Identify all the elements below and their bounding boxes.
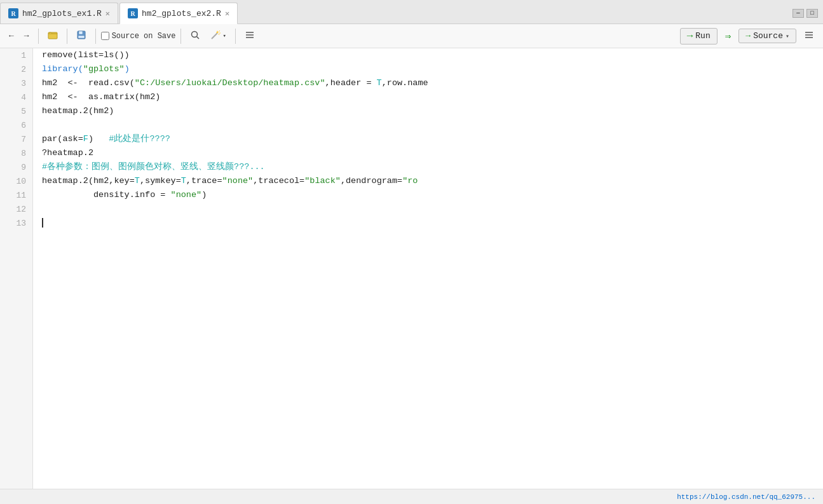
run-button[interactable]: → Run [680,28,718,44]
tab-label-1: hm2_gplots_ex1.R [22,9,102,18]
save-icon [76,30,86,43]
separator-1 [38,29,39,44]
lines-icon [245,30,255,43]
forward-icon: → [24,31,29,41]
toolbar: ← → Source on Save [0,24,823,48]
line-num-7: 7 [0,132,32,146]
run-label: Run [695,31,710,41]
code-line-11: density.info = "none") [42,188,823,202]
source-button[interactable]: → Source ▾ [738,29,796,43]
separator-4 [180,29,181,44]
line-num-12: 12 [0,202,32,216]
close-tab-1-icon[interactable]: ✕ [105,9,110,18]
line-num-6: 6 [0,118,32,132]
svg-line-6 [212,33,217,39]
code-line-2: library("gplots") [42,62,823,76]
code-line-6 [42,118,823,132]
save-button[interactable] [72,28,90,44]
separator-3 [95,29,96,44]
line-num-11: 11 [0,188,32,202]
line-num-10: 10 [0,174,32,188]
folder-icon [48,30,58,43]
back-button[interactable]: ← [5,29,18,43]
magic-wand-button[interactable]: ▾ [207,28,229,44]
status-bar: https://blog.csdn.net/qq_62975... [0,489,823,504]
code-line-10: heatmap.2(hm2,key=T,symkey=T,trace="none… [42,174,823,188]
hamburger-icon [804,30,814,43]
minimize-button[interactable]: ─ [792,9,804,18]
magic-dropdown-icon: ▾ [222,32,226,39]
svg-line-8 [219,31,220,32]
source-label: Source [753,31,783,41]
rerun-icon: ⇒ [725,30,731,43]
tab-hm2-gplots-ex2[interactable]: R hm2_gplots_ex2.R ✕ [119,3,238,24]
line-num-13: 13 [0,216,32,230]
svg-line-10 [219,34,219,35]
r-file-icon-1: R [8,8,18,18]
code-line-8: ?heatmap.2 [42,146,823,160]
svg-rect-3 [78,36,85,38]
svg-point-4 [192,31,198,37]
tab-bar: R hm2_gplots_ex1.R ✕ R hm2_gplots_ex2.R … [0,0,823,24]
window-controls: ─ □ [787,3,823,24]
source-arrow-icon: → [745,31,751,41]
line-num-1: 1 [0,48,32,62]
run-arrow-icon: → [687,31,693,42]
source-on-save-checkbox[interactable] [101,32,109,40]
forward-button[interactable]: → [20,29,33,43]
editor-container: 1 2 3 4 5 6 7 8 9 10 11 12 13 remove(lis… [0,48,823,489]
svg-marker-7 [216,31,219,33]
source-on-save-container: Source on Save [101,32,176,41]
search-button[interactable] [186,28,204,44]
code-line-4: hm2 <- as.matrix(hm2) [42,90,823,104]
svg-rect-2 [79,31,83,34]
code-line-7: par(ask=F) #此处是什???? [42,132,823,146]
toolbar-right: → Run ⇒ → Source ▾ [680,28,818,44]
close-tab-2-icon[interactable]: ✕ [225,9,229,18]
line-num-2: 2 [0,62,32,76]
code-line-5: heatmap.2(hm2) [42,104,823,118]
source-on-save-label: Source on Save [112,32,176,41]
code-line-9: #各种参数：图例、图例颜色对称、竖线、竖线颜???... [42,160,823,174]
search-icon [190,30,200,43]
line-num-8: 8 [0,146,32,160]
magic-wand-icon [210,30,221,43]
line-num-3: 3 [0,76,32,90]
code-line-12 [42,202,823,216]
line-num-5: 5 [0,104,32,118]
line-num-4: 4 [0,90,32,104]
source-dropdown-icon: ▾ [786,32,789,40]
tab-label-2: hm2_gplots_ex2.R [142,9,221,18]
separator-5 [235,29,236,44]
tab-hm2-gplots-ex1[interactable]: R hm2_gplots_ex1.R ✕ [0,3,118,24]
lines-button[interactable] [241,28,259,44]
separator-2 [67,29,67,44]
maximize-button[interactable]: □ [806,9,818,18]
hamburger-button[interactable] [800,28,818,44]
code-line-1: remove(list=ls()) [42,48,823,62]
code-line-3: hm2 <- read.csv("C:/Users/luokai/Desktop… [42,76,823,90]
show-in-folder-button[interactable] [44,28,62,44]
line-numbers: 1 2 3 4 5 6 7 8 9 10 11 12 13 [0,48,33,489]
svg-line-5 [197,36,200,39]
status-url[interactable]: https://blog.csdn.net/qq_62975... [677,493,815,501]
code-area[interactable]: remove(list=ls()) library("gplots") hm2 … [33,48,823,489]
r-file-icon-2: R [128,8,138,18]
rerun-button[interactable]: ⇒ [721,28,735,44]
code-line-13 [42,216,823,230]
line-num-9: 9 [0,160,32,174]
back-icon: ← [9,31,14,41]
